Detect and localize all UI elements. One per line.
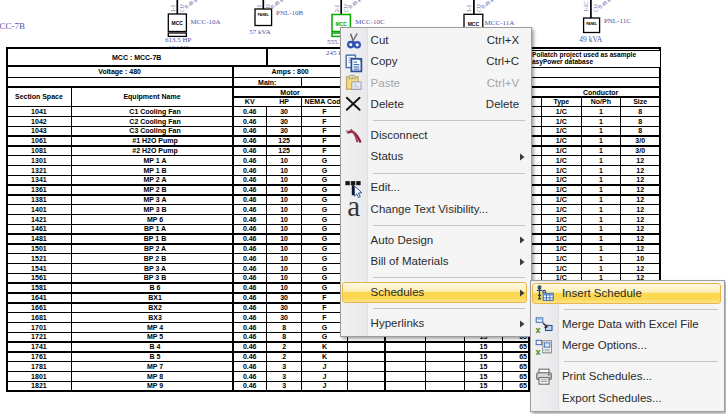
svg-text:65: 65 [519, 343, 527, 350]
svg-text:G: G [322, 176, 328, 183]
svg-text:12: 12 [636, 245, 644, 252]
svg-text:125: 125 [278, 137, 290, 144]
svg-text:MP 3 A: MP 3 A [144, 196, 167, 203]
svg-text:1641: 1641 [31, 294, 47, 301]
svg-text:0.46: 0.46 [243, 157, 257, 164]
svg-text:G: G [322, 333, 328, 340]
svg-text:30: 30 [280, 127, 288, 134]
svg-text:1581: 1581 [31, 284, 47, 291]
svg-text:1/C: 1/C [556, 167, 567, 174]
svg-text:G: G [322, 196, 328, 203]
svg-text:1081: 1081 [31, 147, 47, 154]
svg-text:10: 10 [280, 225, 288, 232]
svg-text:F: F [322, 147, 327, 154]
svg-text:MCC-7B: MCC-7B [0, 21, 25, 31]
svg-text:3: 3 [282, 373, 286, 380]
svg-text:1/C: 1/C [556, 196, 567, 203]
svg-text:0.46: 0.46 [243, 284, 257, 291]
svg-text:No/Ph: No/Ph [591, 98, 611, 105]
svg-text:G: G [322, 265, 328, 272]
svg-text:10: 10 [280, 284, 288, 291]
svg-text:#1 H2O Pump: #1 H2O Pump [132, 137, 178, 145]
svg-text:1/C: 1/C [556, 186, 567, 193]
svg-text:1-1C: 1-1C [583, 1, 589, 12]
svg-text:Equipment Name: Equipment Name [123, 93, 180, 101]
svg-text:0.46: 0.46 [243, 206, 257, 213]
svg-text:1: 1 [599, 186, 603, 193]
svg-text:10: 10 [280, 216, 288, 223]
svg-text:0.46: 0.46 [243, 324, 257, 331]
svg-text:3: 3 [282, 382, 286, 389]
svg-text:PANEL: PANEL [258, 13, 269, 17]
svg-text:49 kVA: 49 kVA [579, 35, 603, 44]
svg-text:1/C: 1/C [556, 157, 567, 164]
svg-text:Motor: Motor [280, 89, 300, 96]
svg-text:10: 10 [636, 255, 644, 262]
svg-text:0.46: 0.46 [243, 245, 257, 252]
svg-text:1: 1 [599, 118, 603, 125]
svg-text:8: 8 [638, 127, 642, 134]
svg-text:0.46: 0.46 [243, 196, 257, 203]
svg-text:1: 1 [599, 157, 603, 164]
svg-text:125: 125 [278, 147, 290, 154]
svg-text:1/C: 1/C [556, 225, 567, 232]
svg-text:G: G [322, 324, 328, 331]
svg-text:12: 12 [636, 235, 644, 242]
svg-text:3/0: 3/0 [635, 147, 645, 154]
svg-text:BP 2 B: BP 2 B [144, 255, 166, 262]
svg-text:0.46: 0.46 [243, 186, 257, 193]
svg-text:1741: 1741 [31, 343, 47, 350]
svg-text:BP 2 A: BP 2 A [144, 245, 166, 252]
svg-text:12: 12 [636, 225, 644, 232]
svg-text:0.48 kV: 0.48 kV [480, 0, 498, 10]
svg-text:1361: 1361 [31, 186, 47, 193]
svg-text:G: G [322, 255, 328, 262]
svg-text:F: F [322, 314, 327, 321]
svg-text:12: 12 [636, 167, 644, 174]
svg-text:0.46: 0.46 [243, 274, 257, 281]
svg-text:J: J [323, 373, 327, 380]
svg-text:65: 65 [519, 353, 527, 360]
svg-text:12: 12 [636, 186, 644, 193]
svg-text:MCC-10C: MCC-10C [355, 18, 385, 26]
svg-text:0.46: 0.46 [243, 108, 257, 115]
svg-text:MP 9: MP 9 [147, 382, 163, 389]
svg-text:1781: 1781 [31, 363, 47, 370]
svg-text:BX3: BX3 [148, 314, 162, 321]
svg-text:1461: 1461 [31, 225, 47, 232]
svg-text:MP 4: MP 4 [147, 324, 163, 331]
svg-text:MP 1 B: MP 1 B [143, 167, 166, 174]
svg-text:1: 1 [599, 245, 603, 252]
svg-text:BX2: BX2 [148, 304, 162, 311]
svg-text:1721: 1721 [31, 333, 47, 340]
svg-text:1: 1 [599, 225, 603, 232]
svg-text:F: F [322, 304, 327, 311]
svg-text:0.48 kV: 0.48 kV [597, 0, 615, 10]
svg-text:3: 3 [282, 363, 286, 370]
svg-text:8: 8 [282, 333, 286, 340]
svg-text:1: 1 [599, 137, 603, 144]
svg-text:G: G [322, 245, 328, 252]
svg-text:1761: 1761 [31, 353, 47, 360]
svg-text:0.46: 0.46 [243, 373, 257, 380]
svg-text:PNL-10B: PNL-10B [276, 9, 304, 17]
svg-text:65: 65 [519, 363, 527, 370]
svg-text:1681: 1681 [31, 314, 47, 321]
svg-text:0.48 kV: 0.48 kV [183, 0, 201, 10]
svg-text:G: G [322, 167, 328, 174]
svg-text:0.46: 0.46 [243, 343, 257, 350]
svg-text:0.46: 0.46 [243, 235, 257, 242]
svg-text:10: 10 [280, 245, 288, 252]
svg-text:G: G [322, 284, 328, 291]
svg-text:15: 15 [480, 382, 488, 389]
svg-text:10: 10 [280, 157, 288, 164]
svg-text:G: G [322, 157, 328, 164]
svg-text:0.46: 0.46 [243, 137, 257, 144]
svg-text:0.46: 0.46 [243, 167, 257, 174]
svg-text:Section Space: Section Space [15, 93, 63, 101]
svg-text:10: 10 [280, 196, 288, 203]
svg-text:MP 5: MP 5 [147, 333, 163, 340]
svg-text:1/C: 1/C [556, 147, 567, 154]
svg-text:1/C: 1/C [556, 235, 567, 242]
svg-text:PNL-11C: PNL-11C [604, 17, 631, 25]
